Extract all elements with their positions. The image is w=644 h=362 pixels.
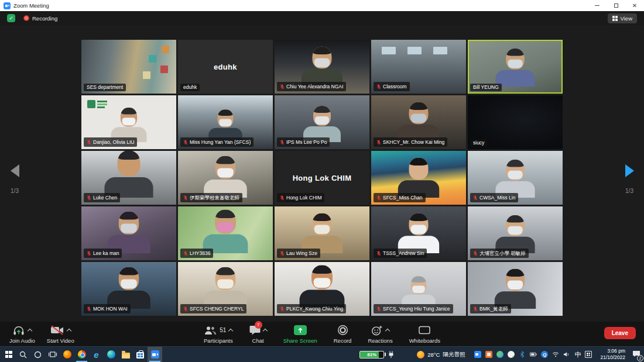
participant-tile[interactable]: Lau Wing Sze <box>275 206 369 260</box>
muted-mic-icon <box>376 306 381 312</box>
participant-video-figure <box>300 47 345 87</box>
minimize-button[interactable] <box>588 0 607 11</box>
participant-tile[interactable]: Luke Chen <box>81 151 176 205</box>
record-button[interactable]: Record <box>334 325 352 344</box>
participant-tile[interactable]: IPS Ms Lee Po Po <box>275 95 369 149</box>
participant-tile[interactable]: 大埔官立小學 胡敏婷 <box>468 206 563 260</box>
pagination-left: 1/3 <box>1 164 28 194</box>
start-button[interactable] <box>1 347 16 362</box>
participant-video-figure <box>102 151 156 198</box>
participants-button[interactable]: 51 Participants <box>204 325 233 344</box>
participant-tile[interactable]: SKHCY_Mr. Chow Kai Ming <box>371 95 466 149</box>
firefox-button[interactable] <box>60 347 74 362</box>
participant-name-label: Classroom <box>374 82 410 91</box>
muted-mic-icon <box>280 84 285 90</box>
participant-name-text: IPS Ms Lee Po Po <box>286 140 327 145</box>
tray-zoom-icon[interactable] <box>474 351 481 358</box>
participant-tile[interactable]: eduhkeduhk <box>178 40 273 94</box>
chat-options-caret[interactable] <box>262 329 267 333</box>
participant-name-label: 伊斯蘭學校袁基敬老師 <box>180 193 242 202</box>
taskbar-search-button[interactable] <box>16 347 30 362</box>
leave-button[interactable]: Leave <box>604 327 636 339</box>
participant-tile[interactable]: Classroom <box>371 40 466 94</box>
participant-name-text: Classroom <box>383 84 407 89</box>
next-page-arrow[interactable] <box>625 164 634 177</box>
participants-options-caret[interactable] <box>228 329 233 333</box>
participant-tile[interactable]: MOK HON WAI <box>81 262 176 316</box>
participant-tile[interactable]: Danjiao, Olivia LIU <box>81 95 176 149</box>
participant-name-label: SKHCY_Mr. Chow Kai Ming <box>374 137 447 147</box>
participant-tile[interactable]: siucy <box>468 95 563 149</box>
participant-tile[interactable]: SES department <box>81 40 176 94</box>
view-button[interactable]: View <box>608 13 637 23</box>
tray-battery-icon[interactable] <box>530 351 537 358</box>
ime-keyboard-icon[interactable] <box>585 351 592 358</box>
video-grid: SES departmenteduhkeduhkChiu Yee Alexand… <box>81 40 563 316</box>
battery-percent: 81% <box>360 351 383 358</box>
start-video-options-caret[interactable] <box>67 329 71 333</box>
wifi-icon[interactable] <box>552 351 559 358</box>
taskbar-clock[interactable]: 3:06 pm 21/10/2022 <box>600 348 625 361</box>
battery-indicator[interactable]: 81% <box>359 351 384 358</box>
chrome-button[interactable] <box>74 347 89 362</box>
cortana-button[interactable] <box>30 347 45 362</box>
share-screen-button[interactable]: Share Screen <box>283 325 317 344</box>
close-button[interactable]: ✕ <box>625 0 644 11</box>
participant-tile[interactable]: Chiu Yee Alexandra NGAI <box>275 40 369 94</box>
participant-tile[interactable]: Lee ka man <box>81 206 176 260</box>
participant-tile[interactable]: PLKCY_Kwong Chiu Ying <box>275 262 369 316</box>
participant-tile[interactable]: SFCS_Miss Chan <box>371 151 466 205</box>
muted-mic-icon <box>473 306 478 312</box>
system-tray: Q 中 <box>474 351 592 358</box>
participant-tile[interactable]: SFCS_Yeung Hiu Tung Janice <box>371 262 466 316</box>
participant-tile[interactable]: TSSS_Andrew Sin <box>371 206 466 260</box>
reactions-button[interactable]: Reactions <box>368 325 392 344</box>
tray-globe-icon[interactable] <box>496 351 503 358</box>
prev-page-arrow[interactable] <box>11 164 19 177</box>
edge-button[interactable] <box>104 347 118 362</box>
participant-name-label: eduhk <box>180 84 200 92</box>
participant-video-figure <box>494 160 537 198</box>
participant-tile[interactable]: Miss Hung Yan Yan (SFCS) <box>178 95 273 149</box>
notification-count-badge: 2 <box>637 355 643 361</box>
security-shield-icon[interactable]: ✓ <box>7 14 15 22</box>
tray-sync-check-icon[interactable] <box>508 351 515 358</box>
participant-name-label: Bill YEUNG <box>470 84 502 92</box>
tray-q-app-icon[interactable]: Q <box>541 351 548 358</box>
ime-language-indicator[interactable]: 中 <box>574 351 581 358</box>
task-view-button[interactable] <box>45 347 60 362</box>
participant-tile[interactable]: CWSA_Miss Lin <box>468 151 563 205</box>
file-explorer-button[interactable] <box>118 347 133 362</box>
participant-video-figure <box>105 212 153 253</box>
muted-mic-icon <box>183 139 188 146</box>
tray-orange-app-icon[interactable] <box>485 351 492 358</box>
internet-explorer-button[interactable]: e <box>89 347 104 362</box>
participant-name-label: LHY3836 <box>180 249 213 258</box>
join-audio-button[interactable]: Join Audio <box>9 325 35 344</box>
chat-button[interactable]: 7 Chat <box>249 325 267 344</box>
participant-name-label: Hong Lok CHIM <box>277 193 324 202</box>
maximize-button[interactable] <box>607 0 625 11</box>
action-center-button[interactable]: 2 <box>632 349 640 360</box>
participant-tile[interactable]: LHY3836 <box>178 206 273 260</box>
volume-icon[interactable] <box>563 351 570 358</box>
participant-tile[interactable]: Hong Lok CHIMHong Lok CHIM <box>275 151 369 205</box>
participant-name-text: SFCS_Yeung Hiu Tung Janice <box>383 306 450 312</box>
clock-date: 21/10/2022 <box>600 354 625 361</box>
participant-name-label: PLKCY_Kwong Chiu Ying <box>277 304 346 313</box>
participant-name-label: TSSS_Andrew Sin <box>374 249 427 258</box>
zoom-taskbar-button[interactable] <box>148 347 162 362</box>
whiteboards-button[interactable]: Whiteboards <box>409 325 440 344</box>
participant-video-figure <box>202 156 249 198</box>
participant-tile[interactable]: SFCS CHENG CHERYL <box>178 262 273 316</box>
participant-name-label: Chiu Yee Alexandra NGAI <box>277 82 346 91</box>
reactions-options-caret[interactable] <box>385 329 390 333</box>
bluetooth-icon[interactable] <box>519 351 526 358</box>
participant-tile[interactable]: BMK_黃老師 <box>468 262 563 316</box>
weather-widget[interactable]: 28°C 陽光普照 <box>417 351 465 358</box>
join-audio-options-caret[interactable] <box>28 329 32 333</box>
participant-tile[interactable]: 伊斯蘭學校袁基敬老師 <box>178 151 273 205</box>
start-video-button[interactable]: Start Video <box>47 325 74 344</box>
participant-tile[interactable]: Bill YEUNG <box>468 40 563 94</box>
microsoft-store-button[interactable] <box>133 347 148 362</box>
